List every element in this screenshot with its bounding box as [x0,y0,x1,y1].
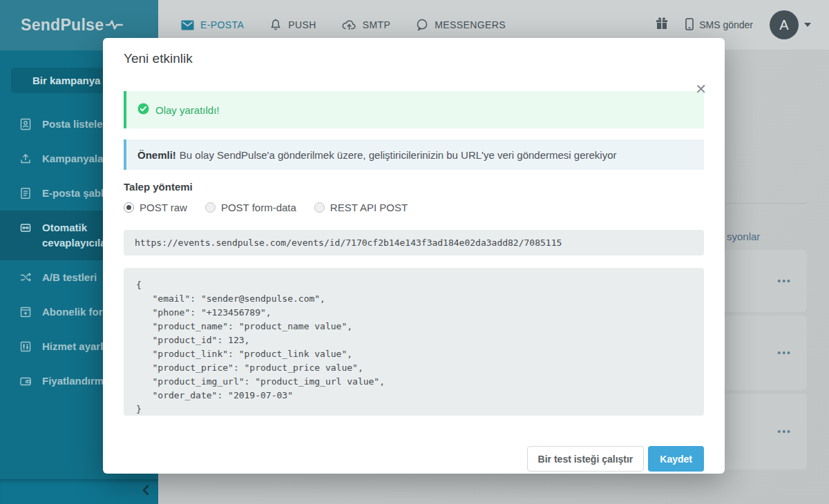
json-payload-field[interactable]: { "email": "sender@sendpulse.com", "phon… [124,268,704,416]
tab-email[interactable]: E-POSTA [181,19,244,30]
chat-bubble-icon [416,19,428,31]
radio-rest-api-post[interactable]: REST API POST [314,202,408,213]
radio-button-icon[interactable] [124,202,134,213]
save-button[interactable]: Kaydet [648,446,704,472]
cloud-upload-icon [342,19,356,30]
check-circle-icon [137,103,149,117]
chevron-left-icon [142,485,150,498]
envelope-icon [181,20,194,30]
top-navigation: E-POSTA PUSH SMTP MESSENGERS [181,19,506,31]
tab-push[interactable]: PUSH [269,19,316,31]
radio-post-raw[interactable]: POST raw [124,202,187,213]
template-icon [19,187,32,200]
bell-icon [269,19,282,31]
run-test-request-button[interactable]: Bir test isteği çalıştır [527,446,645,472]
subscription-form-icon [19,306,32,318]
ab-test-icon [19,271,32,284]
close-icon[interactable]: ✕ [695,82,707,96]
info-alert: Önemli! Bu olay SendPulse'a gönderilmek … [124,139,704,170]
tab-smtp-label: SMTP [363,19,391,30]
row-actions-menu[interactable]: ••• [777,275,792,287]
sidebar-collapse-button[interactable] [0,479,158,504]
account-menu[interactable]: A [770,10,811,39]
sms-send-label: SMS gönder [699,19,753,30]
radio-post-form-data-label: POST form-data [221,202,296,213]
pulse-icon [104,16,124,35]
tab-messengers-label: MESSENGERS [435,19,506,30]
background-column-header: syonlar [727,231,760,242]
row-actions-menu[interactable]: ••• [777,426,792,437]
sms-send-button[interactable]: SMS gönder [685,18,753,32]
info-alert-text: Bu olay SendPulse'a gönderilmek üzere, g… [180,149,617,161]
radio-button-icon[interactable] [205,202,216,213]
row-actions-menu[interactable]: ••• [777,347,792,358]
top-bar-right: SMS gönder A [655,10,811,39]
autoresponder-icon [19,222,32,234]
request-method-options: POST raw POST form-data REST API POST [124,202,704,213]
tab-messengers[interactable]: MESSENGERS [416,19,506,31]
service-settings-icon [19,340,32,353]
pricing-plans-icon [19,375,32,387]
event-url-field[interactable]: https://events.sendpulse.com/events/id/7… [124,230,704,255]
modal-title: Yeni etkinlik [124,38,704,66]
gift-icon[interactable] [655,17,669,33]
success-alert-text: Olay yaratıldı! [155,104,220,116]
chevron-down-icon [804,23,811,27]
avatar: A [770,10,799,39]
request-method-label: Talep yöntemi [124,181,704,193]
radio-post-form-data[interactable]: POST form-data [205,202,296,213]
tab-push-label: PUSH [288,19,316,30]
radio-post-raw-label: POST raw [140,202,187,213]
phone-icon [685,18,694,32]
send-campaign-icon [19,153,32,165]
tab-email-label: E-POSTA [200,19,244,30]
success-alert: Olay yaratıldı! [124,91,704,128]
logo-text: SendPulse [21,16,104,35]
new-event-modal: Yeni etkinlik ✕ Olay yaratıldı! Önemli! … [103,38,725,474]
radio-button-icon[interactable] [314,202,325,213]
address-book-icon [19,118,32,130]
modal-footer: Bir test isteği çalıştır Kaydet [124,446,704,472]
tab-smtp[interactable]: SMTP [342,19,391,30]
radio-rest-api-post-label: REST API POST [330,202,408,213]
info-alert-bold: Önemli! [137,149,176,161]
